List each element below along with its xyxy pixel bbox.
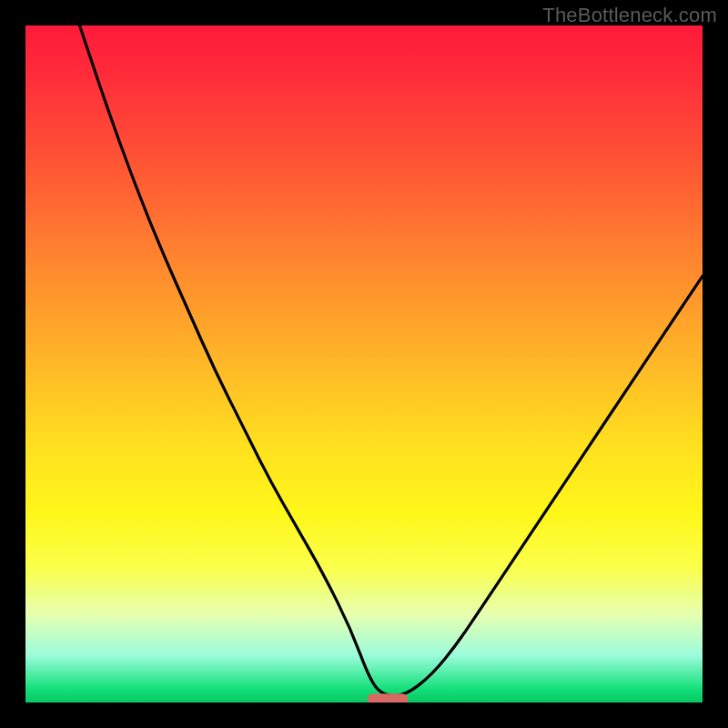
chart-overlay-svg bbox=[25, 25, 703, 703]
bottleneck-curve bbox=[80, 25, 703, 696]
chart-container: TheBottleneck.com bbox=[0, 0, 728, 728]
watermark-text: TheBottleneck.com bbox=[542, 4, 717, 27]
valley-pill-marker bbox=[368, 693, 409, 703]
plot-frame bbox=[25, 25, 703, 703]
